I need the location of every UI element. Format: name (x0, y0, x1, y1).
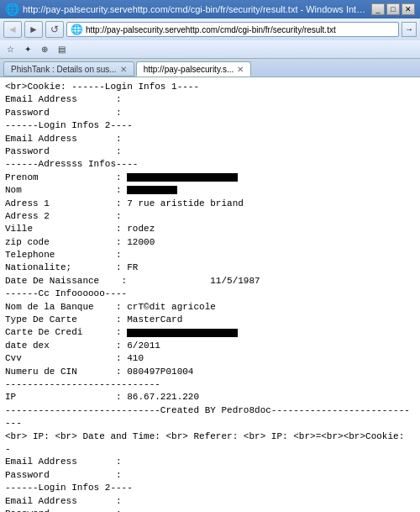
content-line-1: Email Address : (5, 93, 415, 106)
content-line-12: zip code : 12000 (5, 236, 415, 249)
content-line-8: Nom : (5, 184, 415, 197)
content-line-21: Cvv : 410 (5, 352, 415, 365)
content-line-29: ------Login Infos 2---- (5, 482, 415, 494)
url-text: http://pay-palsecurity.servehttp.com/cmd… (86, 25, 336, 34)
ie-icon: 🌐 (5, 3, 19, 16)
content-line-7: Prenom : (5, 172, 415, 184)
nav-bar: ◄ ► ↺ 🌐 http://pay-palsecurity.servehttp… (0, 18, 420, 40)
content-line-26: <br> IP: <br> Date and Time: <br> Refere… (5, 430, 415, 457)
content-line-6: ------Adressss Infos---- (5, 158, 415, 171)
content-line-10: Adress 2 : (5, 210, 415, 223)
content-line-27: Email Address : (5, 456, 415, 468)
content-line-30: Email Address : (5, 495, 415, 508)
tab-palsecurity[interactable]: http://pay-palsecurity.s... ✕ (136, 61, 252, 77)
close-button[interactable]: ✕ (402, 3, 415, 15)
go-button[interactable]: → (402, 22, 417, 37)
toolbar-item-3[interactable]: ▤ (55, 45, 69, 54)
content-line-13: Telephone : (5, 249, 415, 261)
redacted-1 (127, 173, 238, 182)
content-area[interactable]: <br>Cookie: ------Login Infos 1---- Emai… (0, 77, 420, 512)
content-line-4: Email Address : (5, 133, 415, 145)
content-line-14: Nationalite; : FR (5, 261, 415, 274)
content-line-22: Numeru de CIN : 080497P01004 (5, 366, 415, 378)
refresh-button[interactable]: ↺ (45, 21, 64, 38)
content-line-3: ------Login Infos 2---- (5, 119, 415, 132)
toolbar-item-1[interactable]: ✦ (21, 45, 34, 54)
toolbar-item-2[interactable]: ⊕ (38, 45, 51, 54)
content-line-25: ----------------------------Created BY P… (5, 404, 415, 430)
redacted-2 (127, 186, 177, 194)
tabs-bar: PhishTank : Details on sus... ✕ http://p… (0, 59, 420, 77)
address-bar[interactable]: 🌐 http://pay-palsecurity.servehttp.com/c… (66, 22, 399, 37)
redacted-3 (127, 329, 238, 337)
content-line-17: Nom de la Banque : crT©dit agricole (5, 301, 415, 314)
content-line-18: Type De Carte : MasterCard (5, 314, 415, 326)
content-line-15: Date De Naissance : 11/5/1987 (5, 275, 415, 288)
maximize-button[interactable]: □ (386, 3, 400, 15)
content-line-20: date dex : 6/2011 (5, 340, 415, 352)
content-line-19: Carte De Credi : (5, 326, 415, 339)
content-line-2: Password : (5, 107, 415, 119)
toolbar: ☆ ✦ ⊕ ▤ (0, 40, 420, 59)
content-line-24: IP : 86.67.221.220 (5, 391, 415, 404)
title-bar: 🌐 http://pay-palsecurity.servehttp.com/c… (0, 0, 420, 18)
tab-close-icon[interactable]: ✕ (120, 65, 127, 74)
tab-close-active-icon[interactable]: ✕ (237, 65, 244, 74)
window-controls: _ □ ✕ (371, 3, 415, 15)
tab-label: http://pay-palsecurity.s... (144, 65, 234, 74)
page-icon: 🌐 (71, 24, 83, 35)
forward-button[interactable]: ► (24, 21, 43, 38)
content-line-11: Ville : rodez (5, 223, 415, 235)
content-line-23: ---------------------------- (5, 378, 415, 391)
content-line-31: Password : (5, 508, 415, 512)
tab-phishtank[interactable]: PhishTank : Details on sus... ✕ (3, 61, 134, 77)
content-line-9: Adress 1 : 7 rue aristide briand (5, 198, 415, 210)
minimize-button[interactable]: _ (371, 3, 385, 15)
window-title: http://pay-palsecurity.servehttp.com/cmd… (23, 4, 368, 14)
content-line-28: Password : (5, 469, 415, 482)
back-button[interactable]: ◄ (3, 21, 22, 38)
favorites-star[interactable]: ☆ (3, 45, 18, 54)
content-line-16: ------Cc Infoooooo---- (5, 288, 415, 300)
content-line-0: <br>Cookie: ------Login Infos 1---- (5, 81, 415, 93)
tab-label: PhishTank : Details on sus... (11, 65, 117, 74)
content-line-5: Password : (5, 145, 415, 158)
